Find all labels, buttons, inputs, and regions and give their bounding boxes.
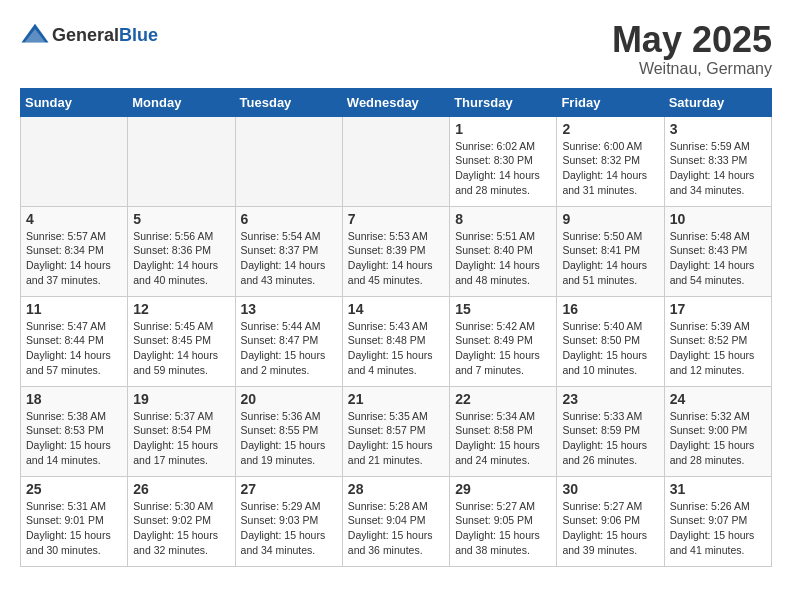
day-info: Sunrise: 5:50 AMSunset: 8:41 PMDaylight:…: [562, 229, 658, 288]
day-info: Sunrise: 5:45 AMSunset: 8:45 PMDaylight:…: [133, 319, 229, 378]
day-number: 6: [241, 211, 337, 227]
day-number: 27: [241, 481, 337, 497]
day-number: 30: [562, 481, 658, 497]
calendar-day-cell: 10Sunrise: 5:48 AMSunset: 8:43 PMDayligh…: [664, 206, 771, 296]
calendar-day-cell: 1Sunrise: 6:02 AMSunset: 8:30 PMDaylight…: [450, 116, 557, 206]
calendar-day-cell: 18Sunrise: 5:38 AMSunset: 8:53 PMDayligh…: [21, 386, 128, 476]
month-title: May 2025: [612, 20, 772, 60]
calendar-day-cell: 26Sunrise: 5:30 AMSunset: 9:02 PMDayligh…: [128, 476, 235, 566]
weekday-header: Sunday: [21, 88, 128, 116]
day-number: 9: [562, 211, 658, 227]
calendar-day-cell: 5Sunrise: 5:56 AMSunset: 8:36 PMDaylight…: [128, 206, 235, 296]
day-info: Sunrise: 6:00 AMSunset: 8:32 PMDaylight:…: [562, 139, 658, 198]
calendar-day-cell: 15Sunrise: 5:42 AMSunset: 8:49 PMDayligh…: [450, 296, 557, 386]
location-title: Weitnau, Germany: [612, 60, 772, 78]
calendar-day-cell: [128, 116, 235, 206]
day-number: 24: [670, 391, 766, 407]
day-number: 29: [455, 481, 551, 497]
calendar-day-cell: 8Sunrise: 5:51 AMSunset: 8:40 PMDaylight…: [450, 206, 557, 296]
day-number: 16: [562, 301, 658, 317]
day-info: Sunrise: 5:27 AMSunset: 9:06 PMDaylight:…: [562, 499, 658, 558]
calendar-day-cell: 4Sunrise: 5:57 AMSunset: 8:34 PMDaylight…: [21, 206, 128, 296]
calendar-day-cell: 22Sunrise: 5:34 AMSunset: 8:58 PMDayligh…: [450, 386, 557, 476]
weekday-header-row: SundayMondayTuesdayWednesdayThursdayFrid…: [21, 88, 772, 116]
day-info: Sunrise: 5:31 AMSunset: 9:01 PMDaylight:…: [26, 499, 122, 558]
calendar-day-cell: 23Sunrise: 5:33 AMSunset: 8:59 PMDayligh…: [557, 386, 664, 476]
day-number: 19: [133, 391, 229, 407]
day-info: Sunrise: 5:33 AMSunset: 8:59 PMDaylight:…: [562, 409, 658, 468]
day-number: 13: [241, 301, 337, 317]
weekday-header: Friday: [557, 88, 664, 116]
calendar-week-row: 4Sunrise: 5:57 AMSunset: 8:34 PMDaylight…: [21, 206, 772, 296]
day-number: 20: [241, 391, 337, 407]
day-number: 11: [26, 301, 122, 317]
logo-blue: Blue: [119, 25, 158, 45]
day-number: 2: [562, 121, 658, 137]
day-number: 10: [670, 211, 766, 227]
day-info: Sunrise: 5:44 AMSunset: 8:47 PMDaylight:…: [241, 319, 337, 378]
calendar-day-cell: 31Sunrise: 5:26 AMSunset: 9:07 PMDayligh…: [664, 476, 771, 566]
day-number: 4: [26, 211, 122, 227]
weekday-header: Tuesday: [235, 88, 342, 116]
day-number: 26: [133, 481, 229, 497]
calendar-day-cell: [235, 116, 342, 206]
day-info: Sunrise: 6:02 AMSunset: 8:30 PMDaylight:…: [455, 139, 551, 198]
day-info: Sunrise: 5:32 AMSunset: 9:00 PMDaylight:…: [670, 409, 766, 468]
page-header: GeneralBlue May 2025 Weitnau, Germany: [20, 20, 772, 78]
calendar-week-row: 1Sunrise: 6:02 AMSunset: 8:30 PMDaylight…: [21, 116, 772, 206]
day-number: 28: [348, 481, 444, 497]
day-number: 21: [348, 391, 444, 407]
day-number: 17: [670, 301, 766, 317]
day-number: 1: [455, 121, 551, 137]
calendar-day-cell: 13Sunrise: 5:44 AMSunset: 8:47 PMDayligh…: [235, 296, 342, 386]
calendar-day-cell: 29Sunrise: 5:27 AMSunset: 9:05 PMDayligh…: [450, 476, 557, 566]
day-info: Sunrise: 5:28 AMSunset: 9:04 PMDaylight:…: [348, 499, 444, 558]
calendar-day-cell: 20Sunrise: 5:36 AMSunset: 8:55 PMDayligh…: [235, 386, 342, 476]
calendar-day-cell: 7Sunrise: 5:53 AMSunset: 8:39 PMDaylight…: [342, 206, 449, 296]
day-info: Sunrise: 5:54 AMSunset: 8:37 PMDaylight:…: [241, 229, 337, 288]
title-block: May 2025 Weitnau, Germany: [612, 20, 772, 78]
day-info: Sunrise: 5:57 AMSunset: 8:34 PMDaylight:…: [26, 229, 122, 288]
calendar-day-cell: 9Sunrise: 5:50 AMSunset: 8:41 PMDaylight…: [557, 206, 664, 296]
calendar-day-cell: 30Sunrise: 5:27 AMSunset: 9:06 PMDayligh…: [557, 476, 664, 566]
day-info: Sunrise: 5:36 AMSunset: 8:55 PMDaylight:…: [241, 409, 337, 468]
day-info: Sunrise: 5:59 AMSunset: 8:33 PMDaylight:…: [670, 139, 766, 198]
day-number: 3: [670, 121, 766, 137]
logo-general: General: [52, 25, 119, 45]
logo: GeneralBlue: [20, 20, 158, 50]
calendar-week-row: 11Sunrise: 5:47 AMSunset: 8:44 PMDayligh…: [21, 296, 772, 386]
day-info: Sunrise: 5:53 AMSunset: 8:39 PMDaylight:…: [348, 229, 444, 288]
day-number: 23: [562, 391, 658, 407]
day-info: Sunrise: 5:43 AMSunset: 8:48 PMDaylight:…: [348, 319, 444, 378]
day-info: Sunrise: 5:38 AMSunset: 8:53 PMDaylight:…: [26, 409, 122, 468]
day-info: Sunrise: 5:51 AMSunset: 8:40 PMDaylight:…: [455, 229, 551, 288]
calendar-day-cell: 2Sunrise: 6:00 AMSunset: 8:32 PMDaylight…: [557, 116, 664, 206]
calendar-day-cell: 6Sunrise: 5:54 AMSunset: 8:37 PMDaylight…: [235, 206, 342, 296]
day-info: Sunrise: 5:34 AMSunset: 8:58 PMDaylight:…: [455, 409, 551, 468]
calendar-day-cell: 3Sunrise: 5:59 AMSunset: 8:33 PMDaylight…: [664, 116, 771, 206]
day-info: Sunrise: 5:39 AMSunset: 8:52 PMDaylight:…: [670, 319, 766, 378]
day-number: 5: [133, 211, 229, 227]
day-info: Sunrise: 5:27 AMSunset: 9:05 PMDaylight:…: [455, 499, 551, 558]
logo-text: GeneralBlue: [52, 25, 158, 46]
day-info: Sunrise: 5:42 AMSunset: 8:49 PMDaylight:…: [455, 319, 551, 378]
weekday-header: Wednesday: [342, 88, 449, 116]
calendar-day-cell: 24Sunrise: 5:32 AMSunset: 9:00 PMDayligh…: [664, 386, 771, 476]
day-info: Sunrise: 5:29 AMSunset: 9:03 PMDaylight:…: [241, 499, 337, 558]
day-info: Sunrise: 5:56 AMSunset: 8:36 PMDaylight:…: [133, 229, 229, 288]
day-info: Sunrise: 5:26 AMSunset: 9:07 PMDaylight:…: [670, 499, 766, 558]
day-number: 15: [455, 301, 551, 317]
day-number: 31: [670, 481, 766, 497]
day-info: Sunrise: 5:48 AMSunset: 8:43 PMDaylight:…: [670, 229, 766, 288]
calendar-day-cell: 28Sunrise: 5:28 AMSunset: 9:04 PMDayligh…: [342, 476, 449, 566]
day-info: Sunrise: 5:40 AMSunset: 8:50 PMDaylight:…: [562, 319, 658, 378]
logo-icon: [20, 20, 50, 50]
weekday-header: Saturday: [664, 88, 771, 116]
day-number: 8: [455, 211, 551, 227]
day-number: 25: [26, 481, 122, 497]
calendar-day-cell: 21Sunrise: 5:35 AMSunset: 8:57 PMDayligh…: [342, 386, 449, 476]
calendar-week-row: 25Sunrise: 5:31 AMSunset: 9:01 PMDayligh…: [21, 476, 772, 566]
calendar-day-cell: 14Sunrise: 5:43 AMSunset: 8:48 PMDayligh…: [342, 296, 449, 386]
day-info: Sunrise: 5:47 AMSunset: 8:44 PMDaylight:…: [26, 319, 122, 378]
day-number: 7: [348, 211, 444, 227]
